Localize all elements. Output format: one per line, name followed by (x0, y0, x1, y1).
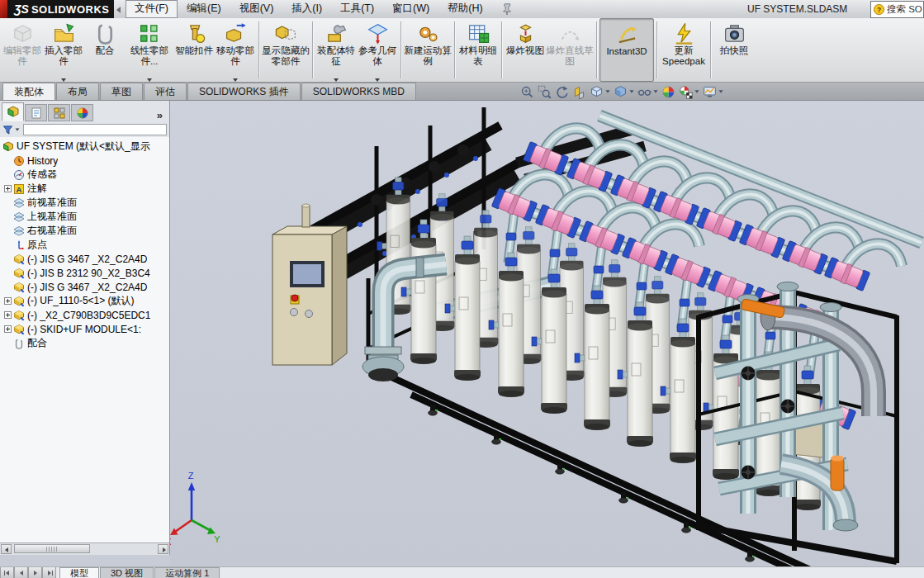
headsup-zoom-area[interactable] (538, 85, 552, 99)
tree-item-5[interactable]: 上视基准面 (0, 210, 169, 224)
tab-SOLIDWORKS MBD[interactable]: SOLIDWORKS MBD (301, 83, 416, 100)
toolbar-button-motion-study[interactable]: 新建运动算例 (404, 18, 452, 82)
bottom-tab-3D 视图[interactable]: 3D 视图 (100, 567, 154, 578)
toolbar-button-linear-pattern[interactable]: 线性零部件... (126, 18, 173, 82)
headsup-scene[interactable] (679, 85, 699, 99)
tree-expander[interactable] (2, 297, 13, 305)
headsup-view-orientation[interactable] (590, 85, 610, 99)
tab-评估[interactable]: 评估 (144, 83, 187, 100)
bottom-tab-运动算例 1[interactable]: 运动算例 1 (154, 567, 220, 578)
tree-item-11[interactable]: (-) UF_1110-5<1> (默认) (0, 294, 169, 308)
tree-expander[interactable] (2, 325, 13, 333)
previous-tab-button[interactable] (14, 567, 28, 578)
tree-item-6[interactable]: 右视基准面 (0, 224, 169, 238)
next-tab-button[interactable] (28, 567, 42, 578)
dropdown-caret-icon[interactable] (718, 90, 723, 92)
toolbar-button-assembly-features[interactable]: 装配体特征 (315, 18, 357, 82)
dropdown-caret-icon[interactable] (233, 78, 238, 82)
last-tab-button[interactable] (42, 567, 56, 578)
tree-item-2[interactable]: 传感器 (0, 168, 169, 182)
tree-item-14[interactable]: 配合 (0, 336, 169, 350)
tree-filter-input[interactable] (23, 124, 167, 135)
expand-plus-icon[interactable] (4, 325, 12, 333)
headsup-zoom-fit[interactable] (520, 85, 534, 99)
panel-tab-featuremanager[interactable] (2, 102, 24, 121)
graphics-viewport[interactable]: X Y Z (170, 101, 924, 566)
toolbar-button-reference-geometry[interactable]: 参考几何体 (357, 18, 398, 82)
toolbar-button-label: 编辑零部件 (2, 45, 43, 78)
tree-item-10[interactable]: (-) JIS G 3467 _X2_C2A4D (0, 280, 169, 294)
panel-tab-configmanager[interactable] (48, 104, 70, 121)
dropdown-caret-icon[interactable] (147, 78, 152, 82)
tree-item-7[interactable]: 原点 (0, 238, 169, 252)
headsup-hide-show[interactable] (637, 85, 658, 99)
scroll-right-button[interactable] (158, 544, 168, 554)
toolbar-button-label: Instant3D (606, 46, 647, 79)
assembly-icon (2, 141, 14, 153)
toolbar-button-smart-fasteners[interactable]: 智能扣件 (173, 18, 215, 82)
search-box[interactable]: ? 搜索 SO (870, 1, 924, 18)
toolbar-button-snapshot[interactable]: 拍快照 (713, 18, 755, 82)
help-icon[interactable]: ? (873, 3, 885, 16)
tree-horizontal-scrollbar[interactable] (0, 542, 169, 555)
panel-tab-propertymanager[interactable] (25, 104, 47, 121)
headsup-display-style[interactable] (614, 85, 634, 99)
tab-SOLIDWORKS 插件[interactable]: SOLIDWORKS 插件 (187, 83, 301, 100)
history-icon (13, 155, 25, 167)
dropdown-caret-icon[interactable] (375, 78, 380, 82)
tree-expander[interactable] (2, 311, 13, 319)
scroll-left-button[interactable] (1, 544, 12, 554)
tree-item-8[interactable]: (-) JIS G 3467 _X2_C2A4D (0, 252, 169, 266)
tree-item-root[interactable]: UF SYSTEM (默认<默认_显示 (0, 140, 169, 154)
toolbar-button-instant3d[interactable]: Instant3D (599, 18, 654, 82)
headsup-section-view[interactable] (572, 85, 586, 99)
pushpin-icon[interactable] (500, 2, 514, 16)
toolbar-button-mate[interactable]: 配合 (84, 18, 126, 82)
tree-expander[interactable] (2, 185, 13, 192)
dropdown-caret-icon[interactable] (653, 90, 657, 92)
toolbar-button-exploded-view[interactable]: 爆炸视图 (505, 18, 546, 82)
toolbar-button-bom[interactable]: 材料明细表 (457, 18, 499, 82)
menu-7[interactable]: 帮助(H) (438, 0, 491, 18)
toolbar-button-move-component[interactable]: 移动零部件 (215, 18, 256, 82)
tab-草图[interactable]: 草图 (100, 83, 143, 100)
expand-plus-icon[interactable] (4, 297, 12, 305)
dropdown-caret-icon[interactable] (605, 90, 609, 92)
toolbar-button-insert-component[interactable]: 插入零部件 (43, 18, 84, 82)
tree-item-3[interactable]: A注解 (0, 182, 169, 196)
dropdown-caret-icon[interactable] (629, 90, 633, 92)
tree-item-4[interactable]: 前视基准面 (0, 196, 169, 210)
zoom-area-icon (538, 85, 552, 99)
tree-item-13[interactable]: (-) SKID+UF MODULE<1: (0, 322, 169, 336)
tree-item-1[interactable]: History (0, 154, 169, 168)
menu-2[interactable]: 编辑(E) (178, 0, 230, 18)
tab-布局[interactable]: 布局 (56, 83, 99, 100)
menu-collapse-arrow-icon[interactable] (116, 7, 121, 13)
headsup-appearance[interactable] (661, 85, 675, 99)
panel-overflow-button[interactable]: » (152, 109, 168, 121)
filter-funnel-icon[interactable] (2, 125, 13, 135)
toolbar-button-speedpak[interactable]: 更新Speedpak (660, 18, 708, 82)
tree-item-9[interactable]: (-) JIS B 2312 90_X2_B3C4 (0, 266, 169, 280)
menu-3[interactable]: 视图(V) (230, 0, 283, 18)
menu-6[interactable]: 窗口(W) (383, 0, 438, 18)
search-input[interactable]: 搜索 SO (887, 3, 922, 16)
dropdown-caret-icon[interactable] (334, 78, 339, 82)
menu-1[interactable]: 文件(F) (126, 0, 178, 18)
menu-5[interactable]: 工具(T) (331, 0, 383, 18)
tab-装配体[interactable]: 装配体 (2, 83, 55, 100)
headsup-view-settings[interactable] (703, 85, 723, 99)
scrollbar-thumb[interactable] (14, 544, 90, 553)
expand-plus-icon[interactable] (4, 185, 12, 192)
expand-plus-icon[interactable] (4, 311, 12, 319)
menu-4[interactable]: 插入(I) (282, 0, 331, 18)
bottom-tab-模型[interactable]: 模型 (59, 567, 99, 578)
dropdown-caret-icon[interactable] (61, 78, 66, 82)
first-tab-button[interactable] (0, 567, 14, 578)
dropdown-caret-icon[interactable] (694, 90, 699, 92)
tree-item-12[interactable]: (-) _X2_C790B3D9C5EDC1 (0, 308, 169, 322)
headsup-previous-view[interactable] (555, 85, 569, 99)
panel-tab-displaymanager[interactable] (71, 104, 93, 121)
toolbar-button-show-hidden[interactable]: 显示隐藏的零部件 (262, 18, 310, 82)
filter-caret-icon[interactable] (16, 128, 20, 130)
